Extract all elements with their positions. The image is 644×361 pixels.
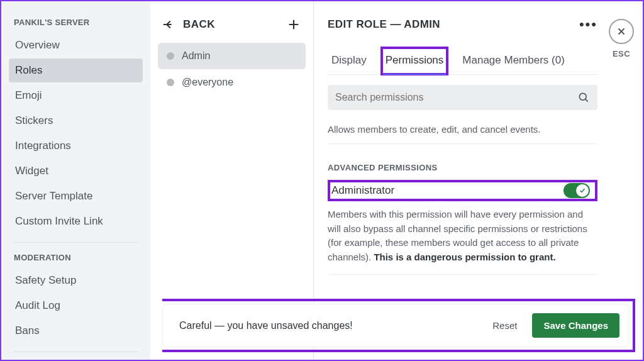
- permission-hint: Allows members to create, edit, and canc…: [328, 124, 597, 144]
- section-advanced-permissions: ADVANCED PERMISSIONS: [328, 163, 597, 172]
- check-icon: [579, 187, 586, 194]
- role-list-item-admin[interactable]: Admin: [158, 43, 306, 69]
- role-list-item-everyone[interactable]: @everyone: [158, 69, 306, 96]
- sidebar-section-header: MODERATION: [9, 250, 143, 269]
- permission-row-administrator: Administrator: [328, 180, 597, 201]
- search-input[interactable]: [335, 92, 577, 103]
- tab-permissions[interactable]: Permissions: [382, 48, 448, 74]
- back-button[interactable]: BACK: [162, 18, 215, 31]
- sidebar-section-header: PANKIL'S SERVER: [9, 15, 143, 33]
- sidebar-divider: [14, 352, 138, 352]
- unsaved-message: Careful — you have unsaved changes!: [179, 320, 477, 331]
- close-button[interactable]: [609, 19, 634, 44]
- divider: [328, 274, 597, 275]
- sidebar-item-custom-invite-link[interactable]: Custom Invite Link: [9, 209, 143, 233]
- sidebar-divider: [14, 242, 138, 243]
- permission-description: Members with this permission will have e…: [328, 208, 597, 264]
- back-label: BACK: [183, 18, 215, 31]
- tab-manage-members[interactable]: Manage Members (0): [458, 48, 569, 74]
- search-permissions[interactable]: [328, 85, 597, 110]
- close-icon: [616, 26, 627, 37]
- sidebar-item-audit-log[interactable]: Audit Log: [9, 294, 143, 318]
- sidebar-item-overview[interactable]: Overview: [9, 33, 143, 57]
- sidebar-item-integrations[interactable]: Integrations: [9, 134, 143, 158]
- close-area: ESC: [609, 19, 634, 58]
- arrow-left-icon: [162, 18, 175, 31]
- role-name: @everyone: [182, 77, 233, 88]
- sidebar-item-server-template[interactable]: Server Template: [9, 184, 143, 208]
- permission-name: Administrator: [331, 184, 394, 197]
- plus-icon[interactable]: [287, 18, 301, 31]
- save-changes-button[interactable]: Save Changes: [532, 313, 619, 338]
- page-title: EDIT ROLE — ADMIN: [328, 18, 440, 31]
- settings-sidebar: PANKIL'S SERVER Overview Roles Emoji Sti…: [1, 1, 150, 360]
- sidebar-item-roles[interactable]: Roles: [9, 58, 143, 82]
- permission-toggle[interactable]: [564, 183, 590, 198]
- tab-display[interactable]: Display: [328, 48, 370, 74]
- save-bar-highlight: Careful — you have unsaved changes! Rese…: [162, 299, 635, 352]
- sidebar-item-safety-setup[interactable]: Safety Setup: [9, 269, 143, 292]
- sidebar-item-bans[interactable]: Bans: [9, 319, 143, 343]
- toggle-knob: [576, 184, 589, 197]
- role-color-dot: [167, 52, 174, 60]
- unsaved-changes-bar: Careful — you have unsaved changes! Rese…: [162, 304, 629, 347]
- svg-point-0: [579, 93, 586, 100]
- role-color-dot: [167, 79, 174, 86]
- search-icon: [577, 91, 590, 104]
- more-options-icon[interactable]: •••: [579, 16, 597, 33]
- sidebar-item-emoji[interactable]: Emoji: [9, 84, 143, 108]
- reset-button[interactable]: Reset: [486, 315, 523, 336]
- role-name: Admin: [182, 50, 210, 62]
- sidebar-item-widget[interactable]: Widget: [9, 159, 143, 183]
- esc-label: ESC: [609, 49, 634, 58]
- sidebar-item-stickers[interactable]: Stickers: [9, 109, 143, 133]
- role-tabs: Display Permissions Manage Members (0): [328, 48, 597, 75]
